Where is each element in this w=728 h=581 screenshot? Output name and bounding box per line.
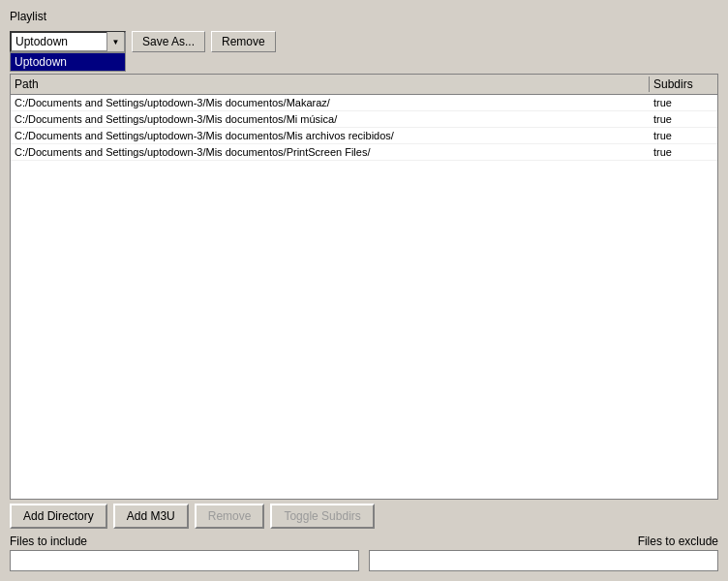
playlist-dropdown-wrapper: Uptodown ▼ Uptodown: [10, 31, 126, 52]
playlist-option-uptodown[interactable]: Uptodown: [11, 53, 125, 71]
sources-section: Sources Path Subdirs C:/Documents and Se…: [10, 58, 718, 529]
table-body: C:/Documents and Settings/uptodown-3/Mis…: [11, 95, 717, 499]
col-subdirs-header: Subdirs: [650, 76, 717, 92]
row-0-path: C:/Documents and Settings/uptodown-3/Mis…: [11, 96, 650, 109]
table-row[interactable]: C:/Documents and Settings/uptodown-3/Mis…: [11, 111, 717, 128]
table-row[interactable]: C:/Documents and Settings/uptodown-3/Mis…: [11, 128, 717, 144]
toggle-subdirs-button[interactable]: Toggle Subdirs: [270, 504, 374, 529]
files-exclude-label: Files to exclude: [638, 535, 718, 548]
row-3-path: C:/Documents and Settings/uptodown-3/Mis…: [11, 145, 650, 159]
row-3-subdirs: true: [650, 145, 717, 159]
playlist-selected-value: Uptodown: [15, 35, 68, 48]
playlist-row: Uptodown ▼ Uptodown Save As... Remove: [10, 31, 718, 52]
files-include-label: Files to include: [10, 535, 87, 548]
files-include-input[interactable]: [10, 550, 359, 571]
remove-source-button[interactable]: Remove: [195, 504, 265, 529]
sources-table: Path Subdirs C:/Documents and Settings/u…: [10, 74, 718, 500]
playlist-dropdown[interactable]: Uptodown ▼: [10, 31, 126, 52]
playlist-options-list: Uptodown: [10, 52, 126, 72]
add-m3u-button[interactable]: Add M3U: [113, 504, 189, 529]
row-0-subdirs: true: [650, 96, 717, 109]
col-path-header: Path: [11, 76, 650, 92]
playlist-label: Playlist: [10, 10, 718, 23]
main-container: Playlist Uptodown ▼ Uptodown Save As... …: [0, 0, 728, 581]
files-section: Files to include Files to exclude: [10, 535, 718, 571]
dropdown-arrow-icon[interactable]: ▼: [106, 32, 124, 51]
table-row[interactable]: C:/Documents and Settings/uptodown-3/Mis…: [11, 144, 717, 161]
files-exclude-input[interactable]: [369, 550, 718, 571]
save-as-button[interactable]: Save As...: [132, 31, 205, 52]
remove-playlist-button[interactable]: Remove: [211, 31, 276, 52]
table-header: Path Subdirs: [11, 75, 717, 95]
row-2-subdirs: true: [650, 129, 717, 142]
files-labels-row: Files to include Files to exclude: [10, 535, 718, 548]
action-buttons-row: Add Directory Add M3U Remove Toggle Subd…: [10, 504, 718, 529]
row-1-path: C:/Documents and Settings/uptodown-3/Mis…: [11, 112, 650, 126]
table-row[interactable]: C:/Documents and Settings/uptodown-3/Mis…: [11, 95, 717, 111]
files-inputs-row: [10, 550, 718, 571]
row-2-path: C:/Documents and Settings/uptodown-3/Mis…: [11, 129, 650, 142]
add-directory-button[interactable]: Add Directory: [10, 504, 107, 529]
row-1-subdirs: true: [650, 112, 717, 126]
